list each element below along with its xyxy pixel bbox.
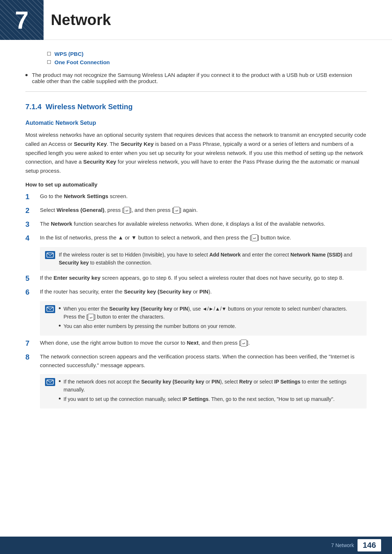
step-4-text: In the list of networks, press the ▲ or … — [40, 233, 367, 242]
step-2-number: 2 — [25, 206, 36, 215]
note-4-bold-2: Network Name (SSID) — [290, 252, 342, 258]
note-8-text-2: If you want to set up the connection man… — [64, 395, 335, 403]
sub-bullet-icon-2 — [47, 60, 51, 64]
chapter-number-block: 7 — [0, 0, 44, 40]
note-6-container: When you enter the Security key (Securit… — [25, 301, 367, 336]
step-5-text: If the Enter security key screen appears… — [40, 274, 367, 282]
step-6-bold-1: Security key (Security key — [124, 288, 192, 295]
steps-list: 1 Go to the Network Settings screen. 2 S… — [25, 192, 367, 409]
note-8-b4: IP Settings — [274, 379, 301, 385]
section-divider — [25, 91, 367, 92]
note-8-content: If the network does not accept the Secur… — [59, 378, 362, 405]
chapter-number: 7 — [15, 8, 29, 32]
step-3: 3 The Network function searches for avai… — [25, 219, 367, 229]
note-8-dot-1 — [59, 380, 61, 382]
enter-key-3: ↵ — [252, 234, 258, 241]
main-bullet-dot — [25, 74, 28, 76]
sub-bullet-wps: WPS (PBC) — [40, 51, 367, 57]
step-8: 8 The network connection screen appears … — [25, 352, 367, 370]
note-6-text-1: When you enter the Security key (Securit… — [64, 305, 362, 321]
step-5-number: 5 — [25, 274, 36, 283]
note-8-b3: Retry — [239, 379, 252, 385]
enter-key-7: ↵ — [241, 340, 247, 346]
enter-key-1: ↵ — [124, 207, 130, 214]
step-7-text: When done, use the right arrow button to… — [40, 338, 367, 347]
step-7-number: 7 — [25, 338, 36, 348]
wps-link[interactable]: WPS (PBC) — [54, 51, 83, 57]
note-icon-6 — [45, 305, 55, 313]
note-8-container: If the network does not accept the Secur… — [25, 374, 367, 409]
enter-key-6: ↵ — [88, 314, 94, 321]
chapter-header: 7 Network — [0, 0, 392, 40]
note-8-dot-2 — [59, 398, 61, 399]
note-8-bullet-2: If you want to set up the connection man… — [59, 395, 362, 403]
intro-bold-2: Security Key — [121, 141, 154, 147]
main-bullet-usb: The product may not recognize the Samsun… — [25, 72, 367, 84]
note-4-container: If the wireless router is set to Hidden … — [25, 247, 367, 271]
chapter-title: Network — [51, 11, 111, 29]
step-4: 4 In the list of networks, press the ▲ o… — [25, 233, 367, 243]
note-6-bullet-2: You can also enter numbers by pressing t… — [59, 322, 362, 330]
intro-mid-1: . The — [107, 141, 121, 147]
step-1: 1 Go to the Network Settings screen. — [25, 192, 367, 201]
footer-chapter-label: 7 Network — [331, 542, 354, 548]
step-4-number: 4 — [25, 233, 36, 243]
main-bullet-text: The product may not recognize the Samsun… — [32, 72, 367, 84]
subsection-heading: Automatic Network Setup — [25, 120, 367, 126]
sub-bullet-ofc: One Foot Connection — [40, 59, 367, 65]
note-box-4: If the wireless router is set to Hidden … — [40, 247, 367, 271]
note-4-bold-1: Add Network — [209, 252, 241, 258]
page-footer: 7 Network 146 — [0, 537, 392, 554]
step-3-bold: Network — [51, 221, 72, 227]
note-6-b1: Security key (Security key — [109, 306, 172, 312]
note-6-bullets: When you enter the Security key (Securit… — [59, 305, 362, 331]
enter-key-2: ↵ — [173, 207, 180, 214]
ofc-link[interactable]: One Foot Connection — [54, 59, 110, 65]
footer-page-number: 146 — [358, 539, 381, 551]
section-title: Wireless Network Setting — [46, 103, 133, 111]
step-2: 2 Select Wireless (General), press [↵], … — [25, 206, 367, 215]
sub-bullet-icon — [47, 52, 51, 56]
main-content: WPS (PBC) One Foot Connection The produc… — [0, 40, 392, 434]
note-8-b2: PIN — [212, 379, 220, 385]
note-8-b5: IP Settings — [182, 396, 208, 402]
note-8-b1: Security key (Security key — [141, 379, 204, 385]
step-3-text: The Network function searches for availa… — [40, 219, 367, 228]
note-icon-svg-4 — [46, 253, 54, 258]
note-icon-4 — [45, 251, 55, 259]
note-icon-8 — [45, 378, 55, 386]
step-7: 7 When done, use the right arrow button … — [25, 338, 367, 348]
note-8-bullet-1: If the network does not accept the Secur… — [59, 378, 362, 394]
step-8-number: 8 — [25, 352, 36, 362]
note-6-dot-2 — [59, 325, 61, 327]
how-to-heading: How to set up automatically — [25, 181, 367, 188]
note-6-b2: PIN — [180, 306, 188, 312]
step-6: 6 If the router has security, enter the … — [25, 287, 367, 297]
step-6-number: 6 — [25, 287, 36, 297]
step-5-bold: Enter security key — [54, 275, 101, 281]
section-number: 7.1.4 — [25, 103, 41, 111]
step-7-bold: Next — [187, 340, 199, 346]
intro-bold-3: Security Key — [83, 159, 116, 165]
note-4-text: If the wireless router is set to Hidden … — [59, 251, 362, 267]
page: 7 Network WPS (PBC) One Foot Connection … — [0, 0, 392, 554]
note-icon-svg-8 — [46, 379, 54, 385]
step-8-text: The network connection screen appears an… — [40, 352, 367, 370]
note-6-content: When you enter the Security key (Securit… — [59, 305, 362, 332]
note-6-text-2: You can also enter numbers by pressing t… — [64, 322, 236, 330]
note-icon-svg-6 — [46, 307, 54, 312]
intro-paragraph: Most wireless networks have an optional … — [25, 131, 367, 176]
step-1-bold: Network Settings — [64, 193, 109, 199]
step-6-bold-2: PIN — [199, 288, 208, 295]
step-6-text: If the router has security, enter the Se… — [40, 287, 367, 296]
step-2-bold: Wireless (General) — [57, 207, 105, 213]
step-5: 5 If the Enter security key screen appea… — [25, 274, 367, 283]
step-2-text: Select Wireless (General), press [↵], an… — [40, 206, 367, 214]
note-box-6: When you enter the Security key (Securit… — [40, 301, 367, 336]
step-1-text: Go to the Network Settings screen. — [40, 192, 367, 201]
top-bullets: WPS (PBC) One Foot Connection — [25, 51, 367, 65]
note-8-bullets: If the network does not accept the Secur… — [59, 378, 362, 403]
step-3-number: 3 — [25, 219, 36, 229]
section-heading: 7.1.4 Wireless Network Setting — [25, 103, 367, 112]
note-box-8: If the network does not accept the Secur… — [40, 374, 367, 409]
